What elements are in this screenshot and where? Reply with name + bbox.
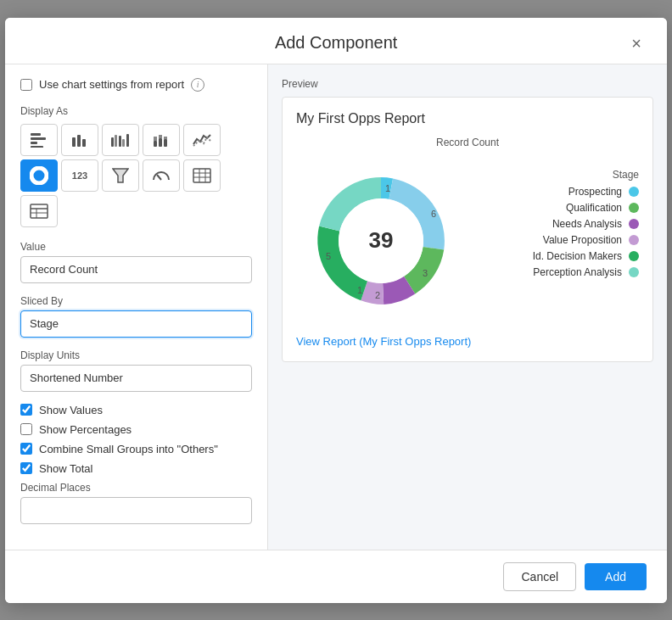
- add-component-modal: Add Component × Use chart settings from …: [5, 18, 667, 603]
- modal-body: Use chart settings from report i Display…: [5, 64, 667, 550]
- decimal-places-input[interactable]: [20, 497, 252, 524]
- sliced-by-label: Sliced By: [20, 295, 252, 307]
- combine-small-checkbox[interactable]: [20, 443, 32, 455]
- value-input[interactable]: [20, 256, 252, 283]
- report-title: My First Opps Report: [296, 111, 639, 126]
- perception-label: Perception Analysis: [533, 266, 622, 278]
- svg-rect-3: [31, 146, 43, 148]
- svg-rect-16: [164, 139, 167, 147]
- use-chart-checkbox[interactable]: [20, 79, 32, 91]
- donut-chart-btn[interactable]: [20, 159, 58, 192]
- svg-rect-21: [193, 169, 210, 182]
- show-values-checkbox[interactable]: [20, 404, 32, 416]
- value-prop-label: Value Proposition: [543, 234, 622, 246]
- svg-rect-12: [154, 141, 157, 147]
- svg-text:6: 6: [431, 209, 436, 219]
- needs-analysis-dot: [629, 219, 639, 229]
- grouped-bar-btn[interactable]: [102, 124, 139, 156]
- svg-text:1: 1: [357, 285, 362, 295]
- funnel-btn[interactable]: [102, 159, 139, 192]
- prospecting-dot: [629, 187, 639, 197]
- legend-item-decision-makers: Id. Decision Makers: [508, 250, 639, 262]
- horizontal-bar-btn[interactable]: [20, 124, 58, 156]
- needs-analysis-label: Needs Analysis: [552, 218, 622, 230]
- decimal-places-group: Decimal Places: [20, 482, 252, 524]
- svg-rect-26: [31, 204, 48, 218]
- display-as-label: Display As: [20, 105, 252, 117]
- sliced-by-input[interactable]: [20, 310, 252, 338]
- svg-rect-7: [111, 137, 114, 147]
- show-percentages-label: Show Percentages: [39, 423, 132, 436]
- modal-title: Add Component: [46, 33, 626, 53]
- svg-rect-15: [159, 135, 162, 138]
- svg-rect-8: [115, 135, 117, 147]
- use-chart-row: Use chart settings from report i: [20, 78, 252, 92]
- svg-text:5: 5: [326, 251, 331, 261]
- modal-overlay: Add Component × Use chart settings from …: [0, 0, 672, 620]
- view-report-link[interactable]: View Report (My First Opps Report): [296, 335, 639, 348]
- preview-label: Preview: [282, 78, 653, 90]
- legend-item-prospecting: Prospecting: [508, 186, 639, 198]
- prospecting-label: Prospecting: [568, 186, 622, 198]
- record-count-label: Record Count: [296, 137, 639, 148]
- decision-makers-label: Id. Decision Makers: [533, 250, 622, 262]
- value-label: Value: [20, 241, 252, 253]
- show-percentages-checkbox[interactable]: [20, 423, 32, 435]
- svg-rect-9: [119, 136, 121, 147]
- display-as-section: Display As: [20, 105, 252, 227]
- svg-rect-10: [122, 139, 125, 147]
- chart-type-row-3: [20, 195, 252, 227]
- value-field-group: Value: [20, 241, 252, 283]
- data-table-btn[interactable]: [20, 195, 58, 227]
- use-chart-label: Use chart settings from report: [39, 78, 184, 91]
- decision-makers-dot: [629, 251, 639, 261]
- right-panel: Preview My First Opps Report Record Coun…: [268, 64, 667, 550]
- svg-rect-14: [159, 138, 162, 147]
- svg-point-19: [35, 171, 43, 180]
- combine-small-label: Combine Small Groups into "Others": [39, 443, 218, 455]
- display-units-input[interactable]: [20, 365, 252, 392]
- display-units-group: Display Units: [20, 349, 252, 392]
- modal-footer: Cancel Add: [5, 550, 667, 603]
- donut-wrapper: 39 1 6 3 2 1 5: [296, 152, 491, 325]
- qualification-label: Qualification: [566, 202, 622, 214]
- chart-type-row-2: 123: [20, 159, 252, 192]
- svg-rect-13: [154, 137, 157, 141]
- legend-title: Stage: [508, 169, 639, 181]
- info-icon[interactable]: i: [191, 78, 204, 92]
- svg-rect-5: [77, 135, 81, 147]
- svg-rect-1: [31, 137, 46, 140]
- svg-text:1: 1: [385, 183, 390, 193]
- add-button[interactable]: Add: [585, 563, 647, 590]
- qualification-dot: [629, 203, 639, 213]
- show-values-row: Show Values: [20, 404, 252, 416]
- svg-text:3: 3: [423, 268, 428, 278]
- donut-chart: 39 1 6 3 2 1 5: [296, 152, 483, 321]
- perception-dot: [629, 267, 639, 277]
- svg-rect-6: [82, 139, 86, 147]
- svg-rect-4: [72, 137, 76, 147]
- show-total-label: Show Total: [39, 462, 92, 475]
- line-chart-btn[interactable]: [183, 124, 221, 156]
- chart-type-row-1: [20, 124, 252, 156]
- legend-item-needs-analysis: Needs Analysis: [508, 218, 639, 230]
- display-units-label: Display Units: [20, 349, 252, 361]
- preview-card: My First Opps Report Record Count: [282, 97, 653, 362]
- svg-text:2: 2: [375, 290, 380, 300]
- modal-header: Add Component ×: [5, 18, 667, 64]
- left-panel: Use chart settings from report i Display…: [5, 64, 268, 550]
- close-button[interactable]: ×: [626, 33, 647, 53]
- value-prop-dot: [629, 235, 639, 245]
- vertical-bar-btn[interactable]: [61, 124, 98, 156]
- cancel-button[interactable]: Cancel: [503, 562, 576, 591]
- donut-center-value: 39: [369, 227, 394, 253]
- table-grid-btn[interactable]: [183, 159, 221, 192]
- metric-btn[interactable]: 123: [61, 159, 98, 192]
- show-total-row: Show Total: [20, 462, 252, 475]
- legend: Stage Prospecting Qualification Needs An…: [508, 152, 639, 282]
- show-total-checkbox[interactable]: [20, 462, 32, 474]
- sliced-by-field-group: Sliced By: [20, 295, 252, 338]
- gauge-btn[interactable]: [143, 159, 180, 192]
- legend-item-value-prop: Value Proposition: [508, 234, 639, 246]
- stacked-bar-btn[interactable]: [143, 124, 180, 156]
